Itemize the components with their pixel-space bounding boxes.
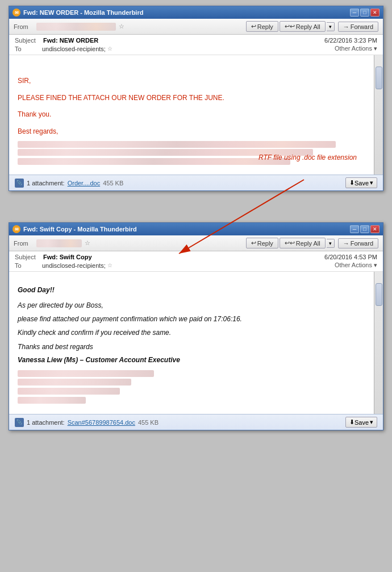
attachment-count-2: 1 attachment: [27,419,65,426]
body2-line-4: Kindly check and confirm if you received… [18,327,365,338]
forward-icon-1: → [343,23,349,30]
email-date-1: 6/22/2016 3:23 PM [324,37,377,44]
email-body-2: Good Day!! As per directed by our Boss, … [9,272,374,414]
minimize-button-2[interactable]: ─ [350,225,359,233]
email-headers-2: Subject Fwd: Swift Copy 6/20/2016 4:53 P… [9,251,383,272]
reply-icon-2: ↩ [251,239,256,247]
redacted-1c [18,158,290,165]
scroll-thumb-2[interactable] [376,283,382,306]
to-star-icon-2: ☆ [107,262,112,268]
toolbar-1: From ☆ ↩ Reply ↩↩ Reply All ▾ → Forward [9,19,383,35]
attachment-name-1[interactable]: Order....doc [68,180,100,186]
reply-all-button-2[interactable]: ↩↩ Reply All [280,238,326,248]
reply-button-1[interactable]: ↩ Reply [246,21,278,32]
reply-all-icon-2: ↩↩ [285,239,295,247]
minimize-button-1[interactable]: ─ [350,9,359,16]
attachment-info-1: 📎 1 attachment: Order....doc 455 KB [15,179,123,188]
reply-button-2[interactable]: ↩ Reply [246,238,278,248]
body2-line-1: Good Day!! [18,285,365,296]
title-bar-2: ✉ Fwd: Swift Copy - Mozilla Thunderbird … [9,223,383,235]
body2-line-3: please find attached our payment confirm… [18,313,365,325]
email-headers-1: Subject Fwd: NEW ORDER 6/22/2016 3:23 PM… [9,35,383,55]
body-line-1: SIR, [18,75,365,88]
title-bar-left-2: ✉ Fwd: Swift Copy - Mozilla Thunderbird [12,225,137,233]
save-button-2[interactable]: ⬇ Save ▾ [345,417,377,428]
email-window-1: ✉ Fwd: NEW ORDER - Mozilla Thunderbird ─… [9,6,383,191]
subject-value-1: Fwd: NEW ORDER [43,37,98,44]
attachment-icon-1: 📎 [15,179,24,188]
other-actions-2[interactable]: Other Actions ▾ [335,262,377,269]
scrollbar-1[interactable] [374,55,383,175]
scroll-thumb-1[interactable] [376,67,382,89]
restore-button-2[interactable]: □ [360,225,369,233]
attachment-name-2[interactable]: Scan#56789987654.doc [68,419,135,426]
toolbar-buttons-1: ↩ Reply ↩↩ Reply All ▾ → Forward [246,21,378,32]
body2-line-2: As per directed by our Boss, [18,300,365,311]
attachment-icon-2: 📎 [15,418,24,427]
subject-value-2: Fwd: Swift Copy [43,254,92,260]
app-icon-1: ✉ [12,9,20,16]
to-label-1: To [15,45,40,52]
from-label-2: From [14,240,34,247]
title-bar-1: ✉ Fwd: NEW ORDER - Mozilla Thunderbird ─… [9,6,383,19]
to-label-2: To [15,262,40,269]
attachment-count-1: 1 attachment: [27,180,65,186]
body-line-2: PLEASE FINED THE ATTACH OUR NEW ORDER FO… [18,92,365,105]
to-row-2: To undisclosed-recipients; ☆ Other Actio… [15,261,377,270]
window-controls-2: ─ □ ✕ [350,225,380,233]
star-icon-1[interactable]: ☆ [119,23,124,30]
to-row-1: To undisclosed-recipients; ☆ Other Actio… [15,44,377,53]
from-label-1: From [14,23,34,30]
redacted-2b [18,379,131,386]
redacted-1b [18,149,313,156]
email-body-1: SIR, PLEASE FINED THE ATTACH OUR NEW ORD… [9,55,374,175]
reply-all-button-1[interactable]: ↩↩ Reply All [280,21,326,32]
save-dropdown-1[interactable]: ▾ [370,179,373,186]
subject-row-1: Subject Fwd: NEW ORDER 6/22/2016 3:23 PM [15,36,377,44]
attachment-size-2: 455 KB [138,419,159,426]
star-icon-2[interactable]: ☆ [85,239,90,247]
attachment-info-2: 📎 1 attachment: Scan#56789987654.doc 455… [15,418,159,427]
from-row-2: From ☆ [14,239,90,247]
email-body-container-2: Good Day!! As per directed by our Boss, … [9,272,383,414]
body-line-4: Best regards, [18,126,365,138]
window-title-1: Fwd: NEW ORDER - Mozilla Thunderbird [23,9,143,16]
app-icon-2: ✉ [12,225,20,233]
other-actions-1[interactable]: Other Actions ▾ [335,45,377,52]
from-row-1: From ☆ [14,23,124,31]
scrollbar-2[interactable] [374,272,383,414]
save-button-1[interactable]: ⬇ Save ▾ [345,177,377,188]
attachment-bar-2: 📎 1 attachment: Scan#56789987654.doc 455… [9,414,383,430]
reply-icon-1: ↩ [251,23,256,30]
save-icon-2: ⬇ [349,418,355,426]
reply-all-dropdown-2[interactable]: ▾ [327,239,335,248]
toolbar-2: From ☆ ↩ Reply ↩↩ Reply All ▾ → Forward [9,235,383,251]
restore-button-1[interactable]: □ [360,9,369,16]
attachment-size-1: 455 KB [103,180,123,186]
to-value-1: undisclosed-recipients; [42,45,106,52]
to-value-2: undisclosed-recipients; [42,262,106,269]
close-button-1[interactable]: ✕ [370,9,380,16]
from-address-redacted-1 [36,23,116,31]
redacted-2c [18,388,120,395]
body2-line-6: Vanessa Liew (Ms) – Customer Account Exe… [18,355,365,366]
window-title-2: Fwd: Swift Copy - Mozilla Thunderbird [23,226,137,233]
from-address-redacted-2 [36,239,82,247]
reply-all-icon-1: ↩↩ [285,23,295,30]
forward-button-1[interactable]: → Forward [338,22,378,32]
forward-icon-2: → [343,240,349,247]
body2-line-5: Thanks and best regards [18,341,365,353]
title-bar-left-1: ✉ Fwd: NEW ORDER - Mozilla Thunderbird [12,9,143,16]
email-body-container-1: SIR, PLEASE FINED THE ATTACH OUR NEW ORD… [9,55,383,175]
close-button-2[interactable]: ✕ [370,225,380,233]
to-star-icon-1: ☆ [107,45,112,52]
save-icon-1: ⬇ [349,179,355,186]
save-dropdown-2[interactable]: ▾ [370,418,373,426]
forward-button-2[interactable]: → Forward [338,238,378,248]
subject-row-2: Subject Fwd: Swift Copy 6/20/2016 4:53 P… [15,253,377,261]
window-controls-1: ─ □ ✕ [350,9,380,16]
subject-label-2: Subject [15,254,40,260]
reply-all-dropdown-1[interactable]: ▾ [327,22,335,31]
email-window-2: ✉ Fwd: Swift Copy - Mozilla Thunderbird … [9,222,383,430]
to-field-2: To undisclosed-recipients; ☆ [15,262,112,269]
